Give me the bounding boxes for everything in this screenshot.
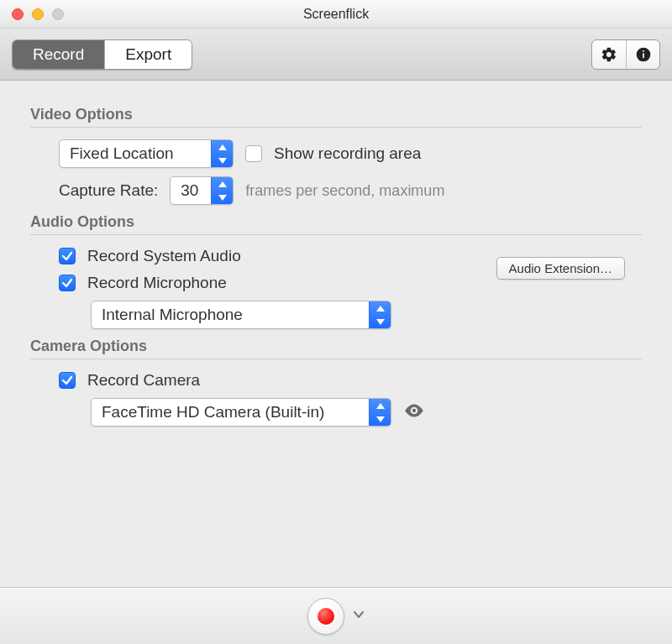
video-options-title: Video Options (30, 106, 642, 128)
record-system-audio-checkbox[interactable] (59, 248, 76, 264)
camera-options-section: Camera Options Record Camera FaceTime HD… (30, 338, 642, 427)
record-camera-row: Record Camera (59, 371, 642, 390)
capture-rate-units: frames per second, maximum (245, 182, 444, 200)
eye-icon (403, 400, 425, 421)
camera-options-title: Camera Options (30, 338, 642, 359)
tab-export[interactable]: Export (104, 40, 192, 69)
capture-rate-row: Capture Rate: 30 frames per second, maxi… (59, 176, 642, 205)
info-icon (635, 46, 652, 63)
microphone-device-row: Internal Microphone (91, 301, 642, 329)
record-microphone-checkbox[interactable] (59, 275, 76, 291)
traffic-lights (0, 8, 64, 20)
window-title: Screenflick (0, 7, 672, 22)
stepper-icon (211, 177, 233, 204)
record-button[interactable] (307, 598, 344, 635)
tab-record[interactable]: Record (13, 40, 104, 69)
gear-icon (601, 46, 617, 63)
svg-rect-1 (643, 53, 644, 58)
toolbar: Record Export (0, 29, 672, 81)
bottom-bar (0, 587, 672, 644)
audio-options-section: Audio Options Audio Extension… Record Sy… (30, 213, 642, 329)
svg-point-3 (412, 408, 416, 411)
stepper-icon (369, 301, 391, 328)
stepper-icon (369, 399, 391, 426)
capture-rate-label: Capture Rate: (59, 181, 158, 200)
record-system-audio-label: Record System Audio (87, 247, 241, 265)
window-zoom-button[interactable] (52, 8, 64, 20)
record-dot-icon (318, 608, 334, 625)
show-recording-area-label: Show recording area (274, 144, 421, 163)
video-mode-value: Fixed Location (60, 140, 211, 167)
audio-extension-button[interactable]: Audio Extension… (496, 257, 625, 280)
show-recording-area-checkbox[interactable] (245, 145, 262, 162)
titlebar: Screenflick (0, 0, 672, 29)
info-button[interactable] (626, 40, 659, 69)
camera-device-value: FaceTime HD Camera (Built-in) (92, 399, 369, 426)
audio-options-title: Audio Options (30, 213, 642, 235)
record-camera-checkbox[interactable] (59, 372, 76, 389)
video-mode-row: Fixed Location Show recording area (59, 139, 642, 168)
toolbar-right (591, 39, 660, 70)
stepper-icon (211, 140, 233, 167)
chevron-down-icon (353, 609, 365, 620)
content: Video Options Fixed Location Show record… (0, 81, 672, 427)
record-options-button[interactable] (353, 608, 365, 625)
camera-preview-button[interactable] (403, 400, 425, 426)
video-options-section: Video Options Fixed Location Show record… (30, 106, 642, 205)
capture-rate-select[interactable]: 30 (170, 176, 234, 205)
camera-device-select[interactable]: FaceTime HD Camera (Built-in) (91, 398, 391, 427)
capture-rate-value: 30 (171, 177, 211, 204)
svg-rect-2 (643, 50, 644, 52)
record-camera-label: Record Camera (87, 371, 200, 390)
main-tabs: Record Export (12, 39, 192, 70)
microphone-device-value: Internal Microphone (92, 301, 369, 328)
record-microphone-label: Record Microphone (87, 274, 227, 292)
microphone-device-select[interactable]: Internal Microphone (91, 301, 391, 329)
preferences-button[interactable] (592, 40, 626, 69)
camera-device-row: FaceTime HD Camera (Built-in) (91, 398, 642, 427)
window-minimize-button[interactable] (32, 8, 44, 20)
window-close-button[interactable] (12, 8, 24, 20)
video-mode-select[interactable]: Fixed Location (59, 139, 234, 168)
